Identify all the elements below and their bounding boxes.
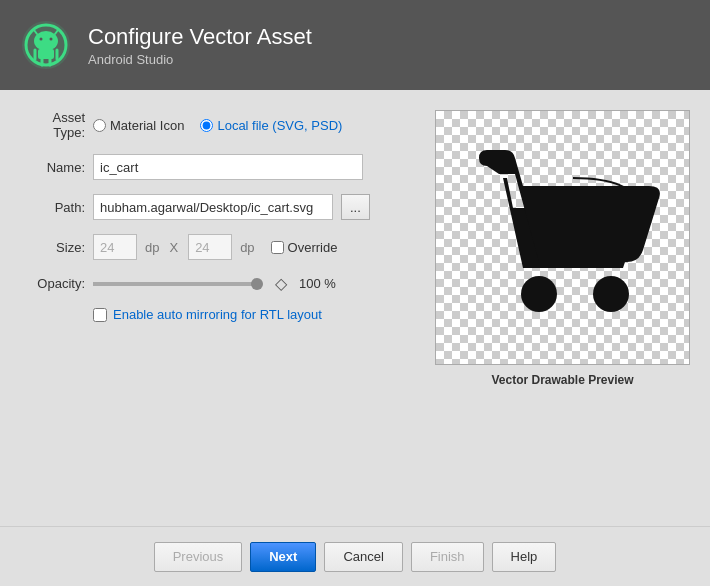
opacity-slider[interactable] bbox=[93, 282, 263, 286]
asset-type-row: Asset Type: Material Icon Local file (SV… bbox=[20, 110, 415, 140]
browse-button[interactable]: ... bbox=[341, 194, 370, 220]
svg-point-12 bbox=[521, 276, 557, 312]
name-label: Name: bbox=[20, 160, 85, 175]
path-label: Path: bbox=[20, 200, 85, 215]
size-height-input[interactable] bbox=[188, 234, 232, 260]
preview-box bbox=[435, 110, 690, 365]
local-file-label: Local file (SVG, PSD) bbox=[217, 118, 342, 133]
rtl-checkbox[interactable] bbox=[93, 308, 107, 322]
previous-button[interactable]: Previous bbox=[154, 542, 243, 572]
local-file-option[interactable]: Local file (SVG, PSD) bbox=[200, 118, 342, 133]
material-icon-label: Material Icon bbox=[110, 118, 184, 133]
title-text-group: Configure Vector Asset Android Studio bbox=[88, 24, 312, 67]
svg-rect-7 bbox=[38, 49, 54, 59]
path-input[interactable] bbox=[93, 194, 333, 220]
size-row: Size: dp X dp Override bbox=[20, 234, 415, 260]
next-button[interactable]: Next bbox=[250, 542, 316, 572]
asset-type-label: Asset Type: bbox=[20, 110, 85, 140]
size-width-input[interactable] bbox=[93, 234, 137, 260]
path-row: Path: ... bbox=[20, 194, 415, 220]
override-row: Override bbox=[271, 240, 338, 255]
android-studio-logo bbox=[20, 19, 72, 71]
svg-point-4 bbox=[50, 38, 53, 41]
cart-preview-svg bbox=[463, 138, 663, 338]
window-title: Configure Vector Asset bbox=[88, 24, 312, 50]
main-content: Asset Type: Material Icon Local file (SV… bbox=[0, 90, 710, 526]
x-label: X bbox=[169, 240, 178, 255]
bottom-bar: Previous Next Cancel Finish Help bbox=[0, 526, 710, 586]
opacity-row: Opacity: ◇ 100 % bbox=[20, 274, 415, 293]
window-subtitle: Android Studio bbox=[88, 52, 312, 67]
svg-point-13 bbox=[593, 276, 629, 312]
opacity-icon: ◇ bbox=[275, 274, 287, 293]
dp-label-height: dp bbox=[240, 240, 254, 255]
rtl-label: Enable auto mirroring for RTL layout bbox=[113, 307, 322, 322]
name-input[interactable] bbox=[93, 154, 363, 180]
preview-label: Vector Drawable Preview bbox=[491, 373, 633, 387]
dp-label-width: dp bbox=[145, 240, 159, 255]
material-icon-radio[interactable] bbox=[93, 119, 106, 132]
help-button[interactable]: Help bbox=[492, 542, 557, 572]
finish-button[interactable]: Finish bbox=[411, 542, 484, 572]
rtl-row: Enable auto mirroring for RTL layout bbox=[93, 307, 415, 322]
cancel-button[interactable]: Cancel bbox=[324, 542, 402, 572]
svg-point-3 bbox=[40, 38, 43, 41]
override-label: Override bbox=[288, 240, 338, 255]
title-bar: Configure Vector Asset Android Studio bbox=[0, 0, 710, 90]
override-checkbox[interactable] bbox=[271, 241, 284, 254]
asset-type-options: Material Icon Local file (SVG, PSD) bbox=[93, 118, 342, 133]
preview-area: Vector Drawable Preview bbox=[435, 110, 690, 516]
opacity-label: Opacity: bbox=[20, 276, 85, 291]
form-area: Asset Type: Material Icon Local file (SV… bbox=[20, 110, 415, 516]
local-file-radio[interactable] bbox=[200, 119, 213, 132]
name-row: Name: bbox=[20, 154, 415, 180]
material-icon-option[interactable]: Material Icon bbox=[93, 118, 184, 133]
opacity-value: 100 % bbox=[299, 276, 336, 291]
size-label: Size: bbox=[20, 240, 85, 255]
